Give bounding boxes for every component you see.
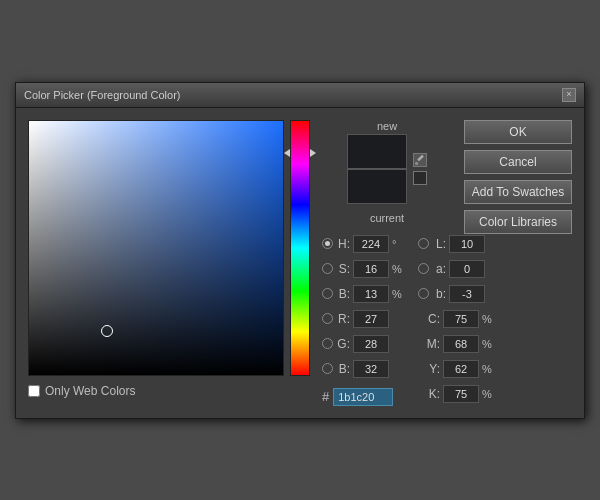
hue-arrow-right <box>310 149 316 157</box>
dropper-icon[interactable] <box>413 153 427 167</box>
current-color-swatch[interactable] <box>347 169 407 204</box>
color-field[interactable] <box>28 120 284 376</box>
b-radio[interactable] <box>418 288 429 299</box>
color-dark-overlay <box>29 121 283 375</box>
a-radio[interactable] <box>418 263 429 274</box>
small-color-swatch <box>413 171 427 185</box>
hsb-rgb-col: H: ° S: % B: <box>322 234 404 406</box>
color-picker-dialog: Color Picker (Foreground Color) × <box>15 82 585 419</box>
cancel-button[interactable]: Cancel <box>464 150 572 174</box>
red-row: R: <box>322 309 404 329</box>
current-label: current <box>370 212 404 224</box>
hex-row: # <box>322 388 404 406</box>
dialog-body: Only Web Colors new <box>16 108 584 418</box>
new-color-swatch[interactable] <box>347 134 407 169</box>
green-input[interactable] <box>353 335 389 353</box>
add-to-swatches-button[interactable]: Add To Swatches <box>464 180 572 204</box>
brightness-row: B: % <box>322 284 404 304</box>
svg-rect-0 <box>417 154 424 161</box>
dialog-title: Color Picker (Foreground Color) <box>24 89 181 101</box>
close-button[interactable]: × <box>562 88 576 102</box>
L-radio[interactable] <box>418 238 429 249</box>
left-section: Only Web Colors <box>28 120 310 406</box>
only-web-colors-label: Only Web Colors <box>45 384 135 398</box>
svg-point-1 <box>415 161 418 164</box>
sat-row: S: % <box>322 259 404 279</box>
hex-input[interactable] <box>333 388 393 406</box>
color-preview-area: new <box>322 120 452 224</box>
only-web-colors-checkbox[interactable] <box>28 385 40 397</box>
brightness-input[interactable] <box>353 285 389 303</box>
color-preview-wrapper <box>347 134 427 204</box>
green-row: G: <box>322 334 404 354</box>
title-bar: Color Picker (Foreground Color) × <box>16 83 584 108</box>
brightness-radio[interactable] <box>322 288 333 299</box>
hue-row: H: ° <box>322 234 404 254</box>
blue-row: B: <box>322 359 404 379</box>
sat-input[interactable] <box>353 260 389 278</box>
blue-radio[interactable] <box>322 363 333 374</box>
green-radio[interactable] <box>322 338 333 349</box>
hue-slider-wrapper <box>290 120 310 376</box>
color-libraries-button[interactable]: Color Libraries <box>464 210 572 234</box>
values-section: H: ° S: % B: <box>322 234 452 406</box>
sat-radio[interactable] <box>322 263 333 274</box>
color-field-wrapper <box>28 120 310 376</box>
ok-button[interactable]: OK <box>464 120 572 144</box>
new-label: new <box>377 120 397 132</box>
hue-input[interactable] <box>353 235 389 253</box>
red-radio[interactable] <box>322 313 333 324</box>
hue-radio[interactable] <box>322 238 333 249</box>
only-web-colors-row: Only Web Colors <box>28 384 310 398</box>
hex-hash: # <box>322 389 329 404</box>
middle-section: new <box>322 120 452 406</box>
blue-input[interactable] <box>353 360 389 378</box>
hue-arrow-left <box>284 149 290 157</box>
red-input[interactable] <box>353 310 389 328</box>
right-section: OK Cancel Add To Swatches Color Librarie… <box>464 120 572 406</box>
hue-slider[interactable] <box>290 120 310 376</box>
